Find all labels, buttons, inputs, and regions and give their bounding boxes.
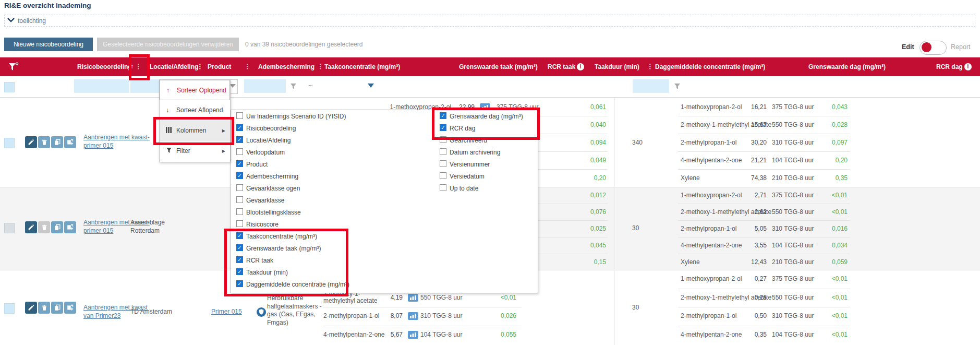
column-toggle-label: Datum archivering <box>450 149 500 156</box>
task-limit-value: 104 TGG-8 uur <box>420 326 478 344</box>
rie-overview-page: RI&E overzicht inademing toelichting Nie… <box>0 0 980 345</box>
day-concentration-value: 0,50 <box>726 307 767 326</box>
column-toggle-label: RCR dag <box>450 125 475 132</box>
copy-button[interactable] <box>51 221 63 233</box>
rcr-taak-value: 0,055 <box>475 326 516 344</box>
menu-item-sort-descending[interactable]: ↓ Sorteer Aflopend <box>160 100 230 121</box>
column-toggle-label: Locatie/Afdeling <box>246 137 291 144</box>
edit-button[interactable] <box>25 221 37 233</box>
rcr-taak-value: 0,15 <box>564 254 606 270</box>
rcr-dag-value: <0,01 <box>806 204 848 220</box>
edit-button[interactable] <box>25 302 37 314</box>
column-toggle-label: Gevaarklasse ogen <box>246 185 300 192</box>
delete-button <box>38 221 50 233</box>
submenu-arrow-icon: ▶ <box>222 128 225 133</box>
checkbox-unchecked-icon[interactable] <box>236 112 243 119</box>
rcr-taak-value: 0,026 <box>475 307 516 326</box>
assessment-link[interactable]: primer 015 <box>83 142 113 149</box>
checkbox-unchecked-icon[interactable] <box>440 136 446 143</box>
day-concentration-value: 2,62 <box>726 204 767 220</box>
checkbox-unchecked-icon[interactable] <box>236 148 243 155</box>
rcr-dag-value: 0,35 <box>806 169 848 187</box>
column-toggle-label: Gevaarklasse <box>246 197 284 204</box>
adembescherming-cell: Herbruikbare halfgelaatmaskers - gas (Ga… <box>267 294 325 327</box>
checkbox-checked-icon[interactable] <box>236 232 243 239</box>
menu-item-columns[interactable]: Kolommen ▶ <box>160 121 230 141</box>
task-concentration-value: 5,67 <box>370 326 403 344</box>
day-concentration-value: 15,67 <box>726 116 767 134</box>
rcr-dag-value: 0,20 <box>806 151 848 169</box>
day-concentration-value: 5,05 <box>726 220 767 237</box>
copy-scenario-button[interactable] <box>64 221 76 233</box>
column-toggle-label: Grenswaarde dag (mg/m³) <box>450 113 523 120</box>
exposure-chart-icon[interactable] <box>408 294 418 302</box>
exposure-chart-icon[interactable] <box>408 312 418 320</box>
checkbox-unchecked-icon[interactable] <box>236 196 243 203</box>
checkbox-unchecked-icon[interactable] <box>236 208 243 215</box>
rcr-dag-value: <0,01 <box>806 187 848 204</box>
rcr-taak-value: 0,045 <box>564 237 606 254</box>
filter-icon <box>166 147 172 155</box>
exposure-chart-icon[interactable] <box>408 331 418 339</box>
edit-button[interactable] <box>25 136 37 148</box>
rcr-dag-value: 0,043 <box>806 98 848 116</box>
copy-scenario-button[interactable] <box>64 302 76 314</box>
delete-button[interactable] <box>38 302 50 314</box>
column-toggle-label: Grenswaarde taak (mg/m³) <box>246 245 321 252</box>
rcr-taak-value: 0,040 <box>564 116 606 134</box>
checkbox-unchecked-icon[interactable] <box>236 184 243 191</box>
checkbox-checked-icon[interactable] <box>236 172 243 179</box>
rcr-taak-value: 0,094 <box>564 134 606 151</box>
columns-icon <box>166 127 172 135</box>
day-concentration-value: 30,20 <box>726 134 767 151</box>
column-context-menu: ↑ Sorteer Oplopend ↓ Sorteer Aflopend Ko… <box>159 79 231 162</box>
rcr-dag-value: 0,016 <box>806 220 848 237</box>
checkbox-checked-icon[interactable] <box>236 244 243 251</box>
menu-item-filter[interactable]: Filter ▶ <box>160 141 230 161</box>
checkbox-unchecked-icon[interactable] <box>236 220 243 227</box>
checkbox-checked-icon[interactable] <box>236 124 243 131</box>
column-toggle-label: Taakduur (min) <box>246 269 288 276</box>
day-concentration-value: 21,21 <box>726 151 767 169</box>
rcr-dag-value: <0,01 <box>806 270 848 289</box>
task-limit-value: 310 TGG-8 uur <box>420 307 478 326</box>
assessment-link[interactable]: Aanbrengen met kwast- <box>83 134 150 141</box>
product-link[interactable]: Primer 015 <box>211 308 242 315</box>
assessment-link[interactable]: van Primer23 <box>83 312 120 319</box>
column-toggle-label: Blootstellingsklasse <box>246 209 301 216</box>
row-checkbox[interactable] <box>4 138 15 148</box>
assessment-link[interactable]: primer 015 <box>83 227 113 234</box>
taakduur-value: 340 <box>632 139 643 146</box>
copy-button[interactable] <box>51 302 63 314</box>
checkbox-checked-icon[interactable] <box>236 160 243 167</box>
menu-item-sort-ascending[interactable]: ↑ Sorteer Oplopend <box>160 80 230 100</box>
checkbox-checked-icon[interactable] <box>236 256 243 263</box>
copy-scenario-button[interactable] <box>64 136 76 148</box>
row-checkbox[interactable] <box>4 303 15 314</box>
checkbox-unchecked-icon[interactable] <box>440 160 446 167</box>
rcr-dag-value: 0,028 <box>806 116 848 134</box>
checkbox-unchecked-icon[interactable] <box>440 184 446 191</box>
column-toggle-label: Product <box>246 161 268 168</box>
rcr-dag-value: <0,01 <box>806 326 848 344</box>
day-concentration-value: 0,26 <box>726 289 767 307</box>
rcr-taak-value: 0,012 <box>564 187 606 204</box>
delete-button[interactable] <box>38 136 50 148</box>
rcr-dag-value: 0,034 <box>806 237 848 254</box>
rcr-taak-value: 0,025 <box>564 220 606 237</box>
filter-funnel-icon[interactable] <box>8 62 19 72</box>
row-checkbox[interactable] <box>4 223 15 233</box>
checkbox-checked-icon[interactable] <box>236 136 243 143</box>
column-toggle-label: Risicobeoordeling <box>246 125 296 132</box>
sort-ascending-icon: ↑ <box>166 87 170 94</box>
column-toggle-label: RCR taak <box>246 257 273 264</box>
checkbox-checked-icon[interactable] <box>440 112 446 119</box>
checkbox-unchecked-icon[interactable] <box>440 172 446 179</box>
copy-button[interactable] <box>51 136 63 148</box>
checkbox-unchecked-icon[interactable] <box>440 148 446 155</box>
checkbox-checked-icon[interactable] <box>236 268 243 275</box>
checkbox-checked-icon[interactable] <box>236 280 243 287</box>
taakduur-value: 30 <box>632 304 639 311</box>
submenu-arrow-icon: ▶ <box>222 149 225 153</box>
checkbox-checked-icon[interactable] <box>440 124 446 131</box>
